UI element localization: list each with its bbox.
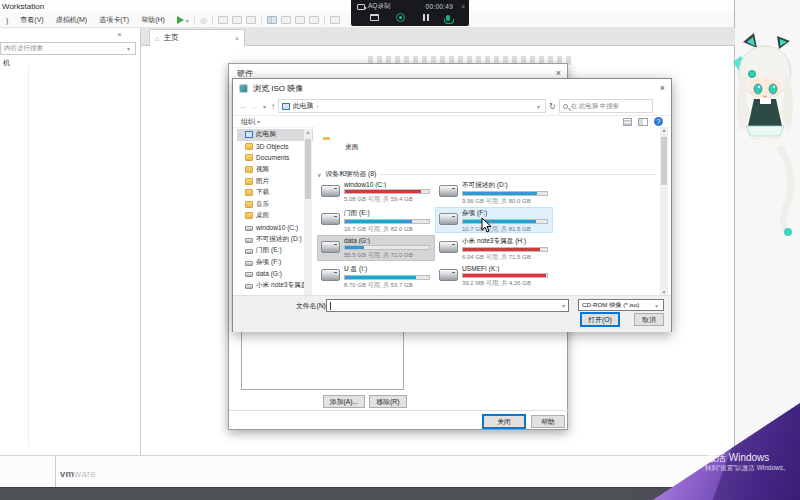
nav-scroll-up-icon[interactable]: ▲ (306, 129, 311, 135)
sidebar-close-icon[interactable]: × (117, 30, 122, 39)
nav-item[interactable]: 杂项 (F:) (237, 257, 313, 269)
drive-tile[interactable]: 小米 note3专属盘 (H:)6.04 GB 可用, 共 71.5 GB (435, 235, 553, 261)
history-caret-icon[interactable]: ▾ (261, 103, 268, 110)
close-button[interactable]: 关闭 (483, 415, 525, 428)
nav-item[interactable]: 音乐 (237, 199, 313, 211)
fullscreen-icon[interactable] (295, 16, 305, 24)
drive-usage-fill (345, 246, 364, 249)
change-view-icon[interactable] (623, 118, 632, 126)
vmware-logo-light: ware (74, 468, 96, 479)
snapshot-revert-icon[interactable] (232, 16, 242, 24)
back-icon[interactable]: ← (239, 102, 247, 111)
tab-home-label: 主页 (164, 33, 179, 43)
up-icon[interactable]: ↑ (271, 102, 275, 111)
filename-caret-icon[interactable]: ▾ (560, 302, 567, 309)
recorder-close-icon[interactable]: × (461, 3, 465, 10)
refresh-icon[interactable]: ↻ (549, 102, 556, 111)
pause-button[interactable] (423, 14, 429, 21)
hardware-dialog-close-icon[interactable]: × (556, 68, 561, 78)
cancel-button[interactable]: 取消 (634, 313, 664, 326)
menu-tabs[interactable]: 选项卡(T) (93, 15, 135, 25)
nav-item[interactable]: 下载 (237, 187, 313, 199)
preview-pane-icon[interactable] (638, 118, 648, 126)
microphone-icon[interactable] (446, 15, 450, 21)
recorder-window-icon[interactable] (370, 14, 379, 21)
command-bar-icons: ? (623, 117, 663, 126)
nav-item[interactable]: window10 (C:) (237, 222, 313, 234)
skirt (746, 126, 784, 136)
drive-tile[interactable]: 杂项 (F:)10.7 GB 可用, 共 81.5 GB (435, 207, 553, 233)
activate-windows-title: 激活 Windows (706, 451, 769, 465)
drive-tile[interactable]: data (G:)55.5 GB 可用, 共 72.0 GB (317, 235, 435, 261)
organize-button[interactable]: 组织 (241, 117, 255, 127)
nav-scroll-thumb[interactable] (305, 139, 311, 199)
menu-fragment[interactable]: ) (0, 17, 14, 24)
nav-item[interactable]: 3D Objects (237, 141, 313, 153)
list-scroll-thumb[interactable] (661, 137, 667, 185)
breadcrumb[interactable]: 此电脑 › ▾ (278, 99, 546, 113)
list-scrollbar[interactable]: ▲ ▼ (660, 127, 668, 295)
nav-item[interactable]: 图片 (237, 175, 313, 187)
nav-item[interactable]: 小米 note3专属盘 (237, 280, 313, 292)
group-header[interactable]: ∨ 设备和驱动器 (8) (317, 169, 655, 179)
drive-free-space: 8.70 GB 可用, 共 53.7 GB (344, 281, 432, 290)
sidebar-tree-item[interactable]: 机 (3, 58, 10, 68)
desktop-mascot[interactable] (727, 32, 799, 240)
menu-vm[interactable]: 虚拟机(M) (50, 15, 94, 25)
record-button[interactable] (396, 13, 405, 22)
remove-hardware-button[interactable]: 移除(R) (369, 395, 407, 408)
add-hardware-button[interactable]: 添加(A)... (323, 395, 365, 408)
tab-strip: ⌂ 主页 × (141, 28, 735, 46)
drive-name: 不可描述的 (D:) (462, 181, 550, 190)
drive-tile[interactable]: 不可描述的 (D:)9.96 GB 可用, 共 80.0 GB (435, 179, 553, 205)
drive-usage-bar (344, 189, 430, 194)
nav-item-label: 3D Objects (256, 143, 289, 150)
filetype-select[interactable]: CD-ROM 映像 (*.iso) ▾ (578, 299, 664, 311)
group-chevron-icon[interactable]: ∨ (317, 171, 321, 178)
tab-close-icon[interactable]: × (235, 35, 239, 42)
snapshot-take-icon[interactable] (218, 16, 228, 24)
breadcrumb-root[interactable]: 此电脑 (293, 101, 313, 111)
drive-tile[interactable]: window10 (C:)5.08 GB 可用, 共 59.4 GB (317, 179, 435, 205)
tab-home[interactable]: ⌂ 主页 × (149, 29, 245, 46)
drive-tile[interactable]: 门图 (E:)16.7 GB 可用, 共 82.0 GB (317, 207, 435, 233)
breadcrumb-caret-icon[interactable]: ▾ (535, 103, 542, 110)
drive-tile[interactable]: U 盘 (I:)8.70 GB 可用, 共 53.7 GB (317, 263, 435, 289)
snapshot-manager-icon[interactable] (246, 16, 256, 24)
menu-view[interactable]: 查看(V) (14, 15, 49, 25)
dialog-titlebar[interactable]: 浏览 ISO 映像 × (233, 79, 671, 97)
drive-usage-bar (344, 275, 430, 280)
menu-help[interactable]: 帮助(H) (135, 15, 171, 25)
filename-input[interactable]: ▾ (326, 299, 569, 312)
library-panel-icon[interactable] (267, 16, 277, 24)
nav-item[interactable]: 不可描述的 (D:) (237, 233, 313, 245)
library-sidebar: × 内容进行搜索 ▾ 机 (0, 28, 141, 455)
desktop-folder-label[interactable]: 桌面 (345, 142, 359, 152)
nav-scrollbar[interactable]: ▲ (304, 129, 312, 295)
nav-item[interactable]: 门图 (E:) (237, 245, 313, 257)
sidebar-search-placeholder: 内容进行搜索 (4, 44, 43, 53)
drive-tile[interactable]: USMEFI (K:)39.2 MB 可用, 共 4.26 GB (435, 263, 553, 289)
nav-item[interactable]: data (G:) (237, 268, 313, 280)
nav-item[interactable]: 视频 (237, 164, 313, 176)
dialog-icon (239, 84, 248, 93)
unity-icon[interactable] (309, 16, 319, 24)
drive-name: window10 (C:) (344, 181, 432, 188)
nav-item-label: 视频 (256, 165, 269, 174)
power-caret-icon[interactable]: ▾ (184, 17, 191, 24)
nav-item[interactable]: 此电脑 (237, 129, 313, 141)
console-view-icon[interactable] (281, 16, 291, 24)
free-stretch-icon[interactable] (330, 16, 340, 24)
open-button[interactable]: 打开(O) (581, 313, 619, 326)
list-scroll-up-icon[interactable]: ▲ (662, 127, 667, 133)
help-button[interactable]: 帮助 (531, 415, 565, 428)
help-icon[interactable]: ? (654, 117, 663, 126)
nav-item[interactable]: 桌面 (237, 210, 313, 222)
dialog-close-icon[interactable]: × (660, 83, 665, 93)
sidebar-search-input[interactable]: 内容进行搜索 ▾ (0, 42, 136, 55)
power-on-icon[interactable] (177, 16, 184, 24)
pause-vm-icon[interactable]: ◎ (200, 16, 207, 25)
search-box[interactable]: 在 此电脑 中搜索 (559, 99, 653, 113)
nav-item[interactable]: Documents (237, 152, 313, 164)
forward-icon[interactable]: → (250, 102, 258, 111)
